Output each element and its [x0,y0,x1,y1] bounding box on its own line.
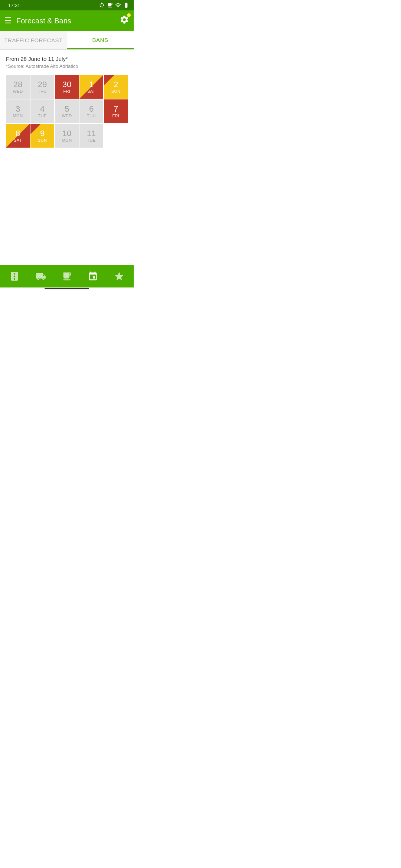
cal-num: 11 [87,129,96,138]
tab-bans[interactable]: Bans [67,31,134,49]
settings-button[interactable] [120,15,129,27]
tab-bar: Traffic forecast Bans [0,31,134,50]
app-title: Forecast & Bans [16,17,120,25]
forecast-icon [88,271,98,282]
cal-day: WED [62,114,72,118]
calendar-cell[interactable]: 30FRI [55,75,79,99]
calendar-cell[interactable] [104,124,128,148]
cal-num: 6 [89,105,94,114]
cal-num: 4 [40,105,45,114]
cal-day: FRI [63,89,70,93]
cal-num: 30 [62,80,71,89]
calendar-cell[interactable]: 1SAT [79,75,103,99]
status-time: 17:31 [4,3,20,8]
cal-day: THU [38,89,47,93]
traffic-icon [9,271,20,282]
wifi-icon [115,2,121,8]
nav-item-favorites[interactable] [106,265,132,287]
calendar-cell[interactable]: 11TUE [79,124,103,148]
calendar-cell[interactable]: 2SUN [104,75,128,99]
calendar-cell[interactable]: 6THU [79,99,103,123]
date-range-source: *Source: Autostrade Alto Adriatico [6,63,128,69]
calendar-cell[interactable]: 10MON [55,124,79,148]
truck-icon [36,271,46,282]
status-icons [99,2,129,8]
cal-day: FRI [112,114,119,118]
cal-day: TUE [87,138,96,142]
cal-num: 29 [38,80,47,89]
cal-num: 2 [114,80,118,89]
content-area: From 28 June to 11 July* *Source: Autost… [0,50,134,265]
calendar-cell[interactable]: 4TUE [30,99,54,123]
calendar-cell[interactable]: 9SUN [30,124,54,148]
cal-num: 10 [62,129,71,138]
favorites-icon [114,271,124,282]
nav-item-news[interactable] [54,265,80,287]
calendar-cell[interactable]: 5WED [55,99,79,123]
cal-num: 1 [89,80,94,89]
home-indicator [0,287,134,289]
cal-num: 9 [40,129,45,138]
bottom-nav [0,265,134,287]
cal-day: SUN [111,89,121,93]
tab-traffic-forecast[interactable]: Traffic forecast [0,31,67,49]
cal-num: 5 [65,105,69,114]
cal-num: 8 [16,129,20,138]
cal-day: MON [13,114,23,118]
home-bar [45,288,89,289]
cal-num: 7 [114,105,118,114]
calendar-cell[interactable]: 8SAT [6,124,30,148]
status-bar: 17:31 [0,0,134,10]
calendar-cell[interactable]: 29THU [30,75,54,99]
battery-icon [123,2,129,8]
cal-day: SAT [14,138,22,142]
calendar-cell[interactable]: 3MON [6,99,30,123]
cal-day: WED [13,89,23,93]
calendar-grid: 28WED29THU30FRI1SAT2SUN3MON4TUE5WED6THU7… [6,75,128,148]
date-range-section: From 28 June to 11 July* *Source: Autost… [6,56,128,69]
news-icon [62,271,72,282]
nav-item-traffic[interactable] [1,265,27,287]
calendar-cell[interactable]: 28WED [6,75,30,99]
date-range-title: From 28 June to 11 July* [6,56,128,62]
menu-icon[interactable]: ☰ [4,16,12,26]
sync-icon [99,2,105,8]
app-bar: ☰ Forecast & Bans [0,10,134,31]
nav-item-forecast[interactable] [80,265,106,287]
calendar-cell[interactable]: 7FRI [104,99,128,123]
cal-num: 3 [16,105,20,114]
nav-item-trucks[interactable] [27,265,53,287]
settings-badge [127,13,131,17]
cal-day: TUE [38,114,47,118]
cal-num: 28 [13,80,22,89]
newspaper-icon [107,2,113,8]
cal-day: MON [62,138,72,142]
cal-day: SAT [87,89,95,93]
cal-day: THU [87,114,96,118]
cal-day: SUN [38,138,47,142]
